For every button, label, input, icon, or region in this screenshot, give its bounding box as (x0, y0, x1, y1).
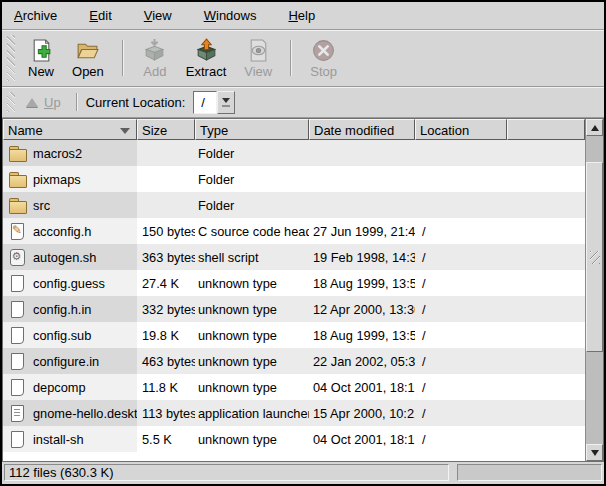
folder-icon (8, 196, 26, 214)
new-archive-icon (29, 38, 54, 63)
scrollbar-trough[interactable] (586, 136, 603, 444)
document-icon (8, 352, 26, 370)
view-button[interactable]: View (235, 36, 281, 81)
folder-icon (8, 170, 26, 188)
chevron-down-icon (222, 98, 230, 103)
scroll-up-button[interactable] (586, 119, 603, 136)
document-icon (8, 300, 26, 318)
up-arrow-icon (26, 98, 38, 107)
column-header-date-modified[interactable]: Date modified (309, 119, 415, 140)
table-row[interactable]: depcomp 11.8 K unknown type 04 Oct 2001,… (3, 374, 585, 400)
progress-area (457, 464, 602, 481)
column-header-name[interactable]: Name (3, 119, 137, 140)
location-input[interactable] (193, 91, 217, 114)
add-button[interactable]: Add (133, 36, 177, 81)
launcher-file-icon (8, 404, 26, 422)
current-location-label: Current Location: (86, 95, 186, 110)
menubar: Archive Edit View Windows Help (2, 2, 604, 30)
toolbar-separator (122, 40, 124, 76)
table-row[interactable]: src Folder (3, 192, 585, 218)
table-header: Name Size Type Date modified Location (3, 119, 585, 140)
extract-button[interactable]: Extract (177, 36, 235, 81)
menu-archive[interactable]: Archive (12, 5, 59, 26)
column-header-filler (507, 119, 585, 140)
document-icon (8, 274, 26, 292)
view-file-icon (246, 38, 271, 63)
open-archive-icon (75, 38, 100, 63)
file-table: Name Size Type Date modified Location ma… (2, 118, 604, 462)
document-icon (8, 430, 26, 448)
arrow-down-icon (591, 450, 599, 456)
column-header-type[interactable]: Type (195, 119, 309, 140)
file-count-status: 112 files (630.3 K) (4, 464, 449, 481)
source-file-icon (8, 222, 26, 240)
toolbar: New Open Add (2, 30, 604, 87)
scrollbar-thumb[interactable] (586, 162, 603, 352)
column-header-size[interactable]: Size (137, 119, 195, 140)
scroll-down-button[interactable] (586, 444, 603, 461)
table-row[interactable]: gnome-hello.desktop 113 bytes applicatio… (3, 400, 585, 426)
open-button[interactable]: Open (63, 36, 113, 81)
add-files-icon (142, 38, 167, 63)
vertical-scrollbar[interactable] (585, 119, 603, 461)
table-row[interactable]: autogen.sh 363 bytes shell script 19 Feb… (3, 244, 585, 270)
table-row[interactable]: config.sub 19.8 K unknown type 18 Aug 19… (3, 322, 585, 348)
document-icon (8, 378, 26, 396)
toolbar-separator (290, 40, 292, 76)
location-dropdown-button[interactable] (217, 91, 235, 114)
toolbar-drag-handle[interactable] (7, 35, 15, 81)
folder-icon (8, 144, 26, 162)
table-row[interactable]: config.h.in 332 bytes unknown type 12 Ap… (3, 296, 585, 322)
table-row[interactable]: acconfig.h 150 bytes C source code heade… (3, 218, 585, 244)
up-button[interactable]: Up (19, 93, 68, 112)
script-file-icon (8, 248, 26, 266)
status-text: 112 files (630.3 K) (9, 465, 114, 480)
table-row[interactable]: macros2 Folder (3, 140, 585, 166)
location-bar: Up Current Location: (2, 87, 604, 118)
column-header-location[interactable]: Location (415, 119, 507, 140)
new-button[interactable]: New (19, 36, 63, 81)
location-bar-drag-handle[interactable] (7, 92, 15, 112)
menu-help[interactable]: Help (286, 5, 317, 26)
menu-windows[interactable]: Windows (202, 5, 259, 26)
extract-icon (194, 38, 219, 63)
document-icon (8, 326, 26, 344)
status-bar: 112 files (630.3 K) (2, 462, 604, 484)
file-list: macros2 Folder pixmaps Folder src Folder… (3, 140, 585, 452)
stop-button[interactable]: Stop (301, 36, 346, 81)
location-bar-separator (76, 93, 78, 111)
archive-manager-window: Archive Edit View Windows Help New Open (0, 0, 606, 486)
arrow-up-icon (591, 125, 599, 131)
sort-indicator-icon (120, 128, 130, 134)
table-row[interactable]: pixmaps Folder (3, 166, 585, 192)
menu-edit[interactable]: Edit (87, 5, 113, 26)
scrollbar-grip-icon (590, 251, 600, 264)
table-row[interactable]: configure.in 463 bytes unknown type 22 J… (3, 348, 585, 374)
table-row[interactable]: install-sh 5.5 K unknown type 04 Oct 200… (3, 426, 585, 452)
menu-view[interactable]: View (142, 5, 174, 26)
stop-icon (311, 38, 336, 63)
table-row[interactable]: config.guess 27.4 K unknown type 18 Aug … (3, 270, 585, 296)
location-combo (193, 91, 235, 114)
